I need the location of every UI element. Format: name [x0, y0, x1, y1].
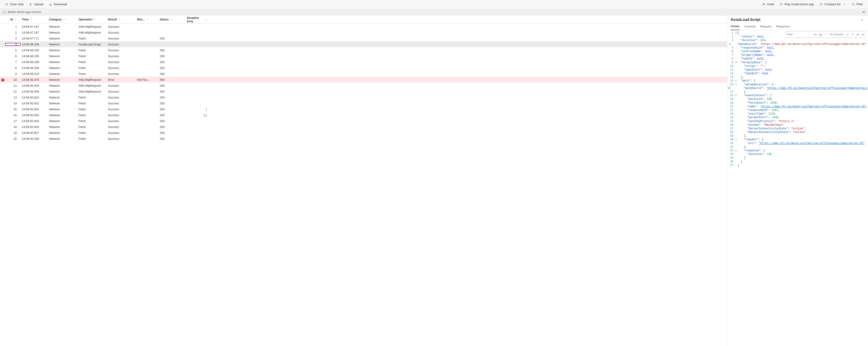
find-input[interactable]	[786, 32, 813, 37]
fold-icon	[735, 75, 737, 79]
fold-icon[interactable]: ⊟	[735, 138, 737, 141]
cell-id: 3	[5, 37, 21, 40]
invite-label: Invite	[767, 2, 774, 6]
compact-list-button[interactable]: Compact list	[817, 1, 848, 7]
expand-pane-button[interactable]	[860, 17, 865, 22]
code-viewer[interactable]: 1⊟{2 "status": null,3 "duration": 138,4 …	[727, 30, 868, 346]
cell-operation: Fetch	[78, 72, 107, 76]
line-number: 1	[727, 31, 735, 35]
table-row[interactable]: 814:58:48.296NetworkFetchSuccess200	[0, 65, 727, 71]
fold-icon	[735, 72, 737, 75]
fold-icon[interactable]: ⊟	[735, 79, 737, 83]
play-app-button[interactable]: Play model-driven app	[777, 1, 816, 7]
find-prev-icon[interactable]	[845, 32, 850, 37]
table-row[interactable]: 1314:58:50.922NetworkFetchSuccess200	[0, 94, 727, 100]
chevron-down-icon	[170, 18, 173, 21]
cell-category: Network	[48, 108, 78, 111]
code-line: 27 "ServerConnectivityState": "online",	[727, 127, 868, 131]
code-line: 3 "duration": 138,	[727, 38, 868, 42]
table-row[interactable]: 2014:58:50.928NetworkFetchSuccess200	[0, 136, 727, 142]
cell-status: 200	[159, 102, 186, 105]
regex-icon[interactable]: .*	[823, 32, 828, 37]
fold-icon[interactable]: ⊟	[735, 149, 737, 152]
fold-icon[interactable]: ⊟	[735, 61, 737, 64]
tab-details[interactable]: Details	[731, 25, 740, 30]
find-next-icon[interactable]	[850, 32, 855, 37]
person-add-icon	[762, 2, 766, 6]
filter-icon	[851, 2, 855, 6]
cell-category: Network	[48, 37, 78, 40]
code-line: 5 "responseSize": null,	[727, 46, 868, 50]
clear-data-button[interactable]: Clear data	[3, 1, 26, 7]
code-line: 15⊟ "dataOperation": {	[727, 83, 868, 86]
table-row[interactable]: 1414:58:50.922NetworkFetchSuccess200	[0, 100, 727, 106]
table-row[interactable]: 1514:58:50.924NetworkFetchSuccess200(	[0, 106, 727, 112]
tab-response[interactable]: Response	[776, 25, 790, 30]
table-row[interactable]: 114:58:47.167NetworkXMLHttpRequestSucces…	[0, 24, 727, 29]
cell-operation: Fetch	[78, 60, 107, 64]
fold-icon[interactable]: ⊟	[735, 83, 737, 86]
col-header-operation[interactable]: Operation	[78, 18, 107, 21]
col-header-id[interactable]: Id	[5, 18, 21, 21]
col-header-res[interactable]: Res...	[136, 18, 159, 21]
session-close-button[interactable]	[861, 9, 866, 15]
fold-icon[interactable]: ⊟	[735, 94, 737, 97]
line-number: 17	[727, 90, 735, 94]
fold-icon	[735, 35, 737, 38]
tab-request[interactable]: Request	[760, 25, 771, 30]
table-row[interactable]: 614:58:48.235NetworkFetchSuccess200	[0, 53, 727, 59]
table-row[interactable]: ✕1014:58:48.378NetworkXMLHttpRequestErro…	[0, 77, 727, 83]
table-row[interactable]: 514:58:48.233NetworkFetchSuccess200	[0, 47, 727, 53]
table-row[interactable]: 714:58:48.236NetworkFetchSuccess200	[0, 59, 727, 65]
match-case-icon[interactable]: Aa	[813, 32, 818, 37]
col-header-time[interactable]: Time	[21, 18, 48, 21]
find-close-icon[interactable]	[860, 32, 865, 37]
filter-button[interactable]: Filter	[849, 1, 865, 7]
table-row[interactable]: 1714:58:50.925NetworkFetchSuccess200	[0, 118, 727, 124]
tab-formula[interactable]: Formula	[745, 25, 755, 30]
cell-time: 14:58:48.453	[21, 84, 48, 87]
table-row[interactable]: 414:58:48.106NetworkAssetLoad.ScriptSucc…	[0, 41, 727, 47]
cell-category: Network	[48, 31, 78, 34]
compact-label: Compact list	[825, 2, 841, 6]
cell-result: Success	[107, 137, 136, 140]
find-select-icon[interactable]	[855, 32, 860, 37]
code-line: 31 "url": "https://mem.gfx.ms/meversion?…	[727, 142, 868, 145]
table-row[interactable]: 214:58:47.167NetworkXMLHttpRequestSucces…	[0, 29, 727, 35]
invite-button[interactable]: Invite	[760, 1, 776, 7]
table-row[interactable]: 1214:58:48.494NetworkXMLHttpRequestSucce…	[0, 88, 727, 94]
cell-id: 13	[5, 96, 21, 99]
line-number: 21	[727, 105, 735, 109]
fold-icon	[735, 164, 737, 167]
cell-id: 20	[5, 137, 21, 140]
table-row[interactable]: 314:58:47.771NetworkFetchSuccess200	[0, 35, 727, 41]
cell-duration: (	[186, 108, 209, 111]
cell-time: 14:58:47.167	[21, 25, 48, 28]
table-row[interactable]: 1614:58:50.925NetworkFetchSuccess2001,(	[0, 112, 727, 118]
table-row[interactable]: 914:58:48.324NetworkFetchSuccess200	[0, 71, 727, 77]
line-number: 34	[727, 152, 735, 156]
table-row[interactable]: 1814:58:50.926NetworkFetchSuccess200	[0, 124, 727, 130]
cell-time: 14:58:50.928	[21, 137, 48, 140]
cell-status: 200	[159, 90, 186, 93]
line-number: 7	[727, 53, 735, 57]
code-line: 18⊟ "eventContext": {	[727, 94, 868, 97]
col-header-status[interactable]: Status	[159, 18, 186, 21]
cell-operation: Fetch	[78, 137, 107, 140]
cell-id: 2	[5, 31, 21, 34]
col-header-category[interactable]: Category	[48, 18, 78, 21]
grid-body[interactable]: 114:58:47.167NetworkXMLHttpRequestSucces…	[0, 24, 727, 346]
table-row[interactable]: 1914:58:50.927NetworkFetchSuccess200	[0, 130, 727, 136]
fold-icon[interactable]: ⊟	[735, 31, 737, 35]
col-header-result[interactable]: Result	[107, 18, 136, 21]
line-number: 6	[727, 50, 735, 53]
download-icon	[49, 2, 52, 6]
cell-result: Success	[107, 119, 136, 123]
upload-button[interactable]: Upload	[27, 1, 45, 7]
match-word-icon[interactable]: Ab	[818, 32, 823, 37]
col-header-duration[interactable]: Duration (ms)	[186, 16, 209, 23]
code-line: 17 },	[727, 90, 868, 94]
cell-result: Success	[107, 131, 136, 135]
table-row[interactable]: 1114:58:48.453NetworkXMLHttpRequestSucce…	[0, 83, 727, 88]
download-button[interactable]: Download	[46, 1, 69, 7]
